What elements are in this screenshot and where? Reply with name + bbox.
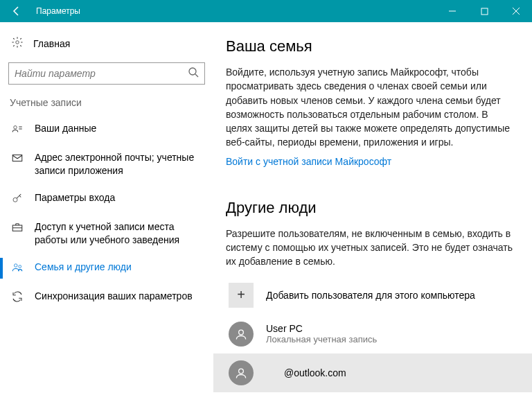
user-subtitle: Локальная учетная запись — [266, 334, 377, 344]
svg-point-3 — [14, 126, 17, 130]
user-item-outlook[interactable]: @outlook.com — [213, 353, 532, 392]
gear-icon — [11, 36, 24, 51]
search-box[interactable] — [8, 62, 205, 85]
sign-in-link[interactable]: Войти с учетной записи Майкрософт — [226, 156, 391, 167]
svg-point-2 — [189, 68, 196, 75]
others-description: Разрешите пользователям, не включенным в… — [226, 227, 515, 269]
maximize-button[interactable] — [468, 0, 500, 22]
svg-point-7 — [15, 263, 18, 267]
svg-point-5 — [13, 198, 17, 202]
titlebar: Параметры — [0, 0, 532, 22]
home-label: Главная — [33, 38, 70, 49]
window-title: Параметры — [33, 6, 436, 16]
search-icon — [188, 67, 199, 80]
main-panel: Ваша семья Войдите, используя учетную за… — [213, 22, 532, 411]
key-icon — [11, 192, 24, 207]
svg-point-10 — [239, 369, 244, 374]
nav-signin-options[interactable]: Параметры входа — [7, 184, 206, 213]
mail-icon — [11, 152, 24, 166]
people-icon — [11, 261, 24, 276]
sync-icon — [11, 290, 24, 305]
home-link[interactable]: Главная — [7, 33, 206, 60]
svg-rect-0 — [481, 8, 488, 15]
back-button[interactable] — [0, 0, 33, 22]
svg-point-8 — [19, 265, 21, 268]
plus-icon: + — [229, 283, 254, 308]
user-name: User PC — [266, 323, 377, 334]
svg-point-1 — [16, 41, 19, 44]
search-input[interactable] — [15, 68, 188, 79]
section-header: Учетные записи — [7, 97, 206, 115]
briefcase-icon — [11, 221, 24, 236]
person-card-icon — [11, 123, 24, 137]
minimize-button[interactable] — [436, 0, 468, 22]
avatar-icon — [229, 322, 254, 347]
family-heading: Ваша семья — [226, 37, 515, 55]
nav-family-other[interactable]: Семья и другие люди — [7, 254, 206, 283]
user-name: @outlook.com — [266, 367, 346, 378]
add-user-button[interactable]: + Добавить пользователя для этого компью… — [226, 276, 515, 315]
svg-point-9 — [239, 330, 244, 335]
close-button[interactable] — [500, 0, 532, 22]
nav-email-accounts[interactable]: Адрес электронной почты; учетные записи … — [7, 144, 206, 184]
nav-list: Ваши данные Адрес электронной почты; уче… — [7, 115, 206, 312]
svg-rect-4 — [12, 155, 22, 161]
others-heading: Другие люди — [226, 199, 515, 217]
sidebar: Главная Учетные записи Ваши данные Адрес… — [0, 22, 213, 411]
nav-your-info[interactable]: Ваши данные — [7, 115, 206, 144]
nav-sync[interactable]: Синхронизация ваших параметров — [7, 283, 206, 312]
nav-work-school[interactable]: Доступ к учетной записи места работы или… — [7, 213, 206, 254]
user-item-local[interactable]: User PC Локальная учетная запись — [226, 315, 515, 353]
avatar-icon — [229, 360, 254, 385]
family-description: Войдите, используя учетную запись Майкро… — [226, 65, 515, 150]
